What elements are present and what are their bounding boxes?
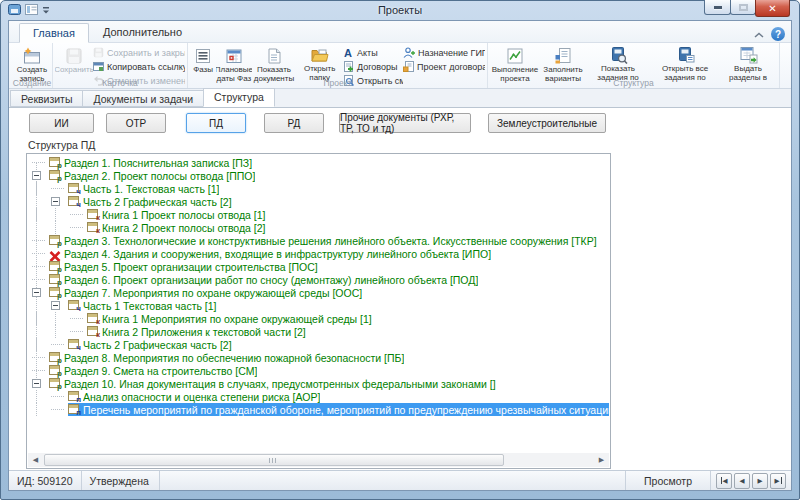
tree-row[interactable]: кКнига 2 Приложения к текстовой части [2… [32,325,609,338]
tree-collapse-icon[interactable] [32,171,41,180]
tree-row[interactable]: кКнига 1 Проект полосы отвода [1] [32,208,609,221]
part-icon: ч [68,183,80,194]
tree-row[interactable]: Раздел 4. Здания и сооружения, входящие … [32,247,609,260]
contract-draft-button[interactable]: Проект договора [403,61,485,73]
tree-row[interactable]: чЧасть 1 Текстовая часть [1] [32,299,609,312]
help-icon[interactable]: ? [771,27,785,41]
phases-label: Фазы [193,65,213,74]
ribbon-tab-additional[interactable]: Дополнительно [89,22,196,42]
tree-horizontal-scrollbar[interactable]: ◀ ▶ [28,453,609,467]
group-caption-card: Карточка [53,78,187,88]
tree-row[interactable]: рРаздел 8. Мероприятия по обеспечению по… [32,351,609,364]
tree-row[interactable]: рРаздел 10. Иная документация в случаях,… [32,377,609,390]
tree-row[interactable]: чЧасть 1. Текстовая часть [1] [32,182,609,195]
minimize-button[interactable] [704,0,731,15]
tree-item-label: Раздел 4. Здания и сооружения, входящие … [64,248,491,260]
doc-icon: п [68,404,80,415]
tree-row[interactable]: пАнализ опасности и оценка степени риска… [32,390,609,403]
tree-row[interactable]: чЧасть 2 Графическая часть [2] [32,338,609,351]
filter-button-ii[interactable]: ИИ [29,113,94,133]
tree-connector [70,331,83,332]
tree-row[interactable]: рРаздел 7. Мероприятия по охране окружаю… [32,286,609,299]
tree-row[interactable]: рРаздел 9. Смета на строительство [СМ] [32,364,609,377]
maximize-button[interactable] [730,0,756,15]
last-record-button[interactable]: ▶ [770,473,786,489]
tree-connector [51,396,64,397]
tree-collapse-icon[interactable] [32,288,41,297]
tree-connector [32,370,45,371]
record-navigator: ◀ ◀ ▶ ▶ [711,473,791,489]
ribbon-group-create: Создать запись Создание [12,43,53,88]
doc-icon: п [68,391,80,402]
tree-row[interactable]: кКнига 1 Мероприятия по охране окружающе… [32,312,609,325]
record-state: Утверждена [82,471,160,490]
tree-caption: Структура ПД [28,139,95,151]
person-icon [403,47,415,59]
collapse-ribbon-icon[interactable] [754,25,764,43]
tree-row[interactable]: кКнига 2 Проект полосы отвода [2] [32,221,609,234]
tree-node: кКнига 1 Мероприятия по охране окружающе… [87,312,609,325]
tab-structure[interactable]: Структура [203,88,275,107]
new-record-icon [23,46,41,65]
last-record-icon: ▶ [775,477,780,485]
tree-row[interactable]: рРаздел 2. Проект полосы отвода [ППО] [32,169,609,182]
copy-link-label: Копировать ссылку [107,62,185,72]
ribbon-tab-home[interactable]: Главная [19,23,89,43]
first-record-icon: ◀ [723,477,728,485]
tree-collapse-icon[interactable] [51,197,60,206]
section-icon: р [49,365,61,376]
tree-indent [32,208,51,221]
ribbon-tab-row: Главная Дополнительно ? [9,21,791,43]
copy-link-button[interactable]: Копировать ссылку [93,61,185,73]
close-button[interactable]: ✕ [755,0,790,17]
tree-node: рРаздел 7. Мероприятия по охране окружаю… [49,286,609,299]
tree-row[interactable]: рРаздел 6. Проект организации работ по с… [32,273,609,286]
tree-item-label: Раздел 8. Мероприятия по обеспечению пож… [64,352,404,364]
tree-node: рРаздел 8. Мероприятия по обеспечению по… [49,351,609,364]
group-caption-project: Проект [188,78,487,88]
tree-connector [32,266,45,267]
tree-row[interactable]: пПеречень мероприятий по гражданской обо… [32,403,609,416]
next-record-button[interactable]: ▶ [752,473,768,489]
assign-gip-button[interactable]: Назначение ГИПа [403,47,485,59]
scroll-thumb[interactable] [44,454,504,466]
contracts-button[interactable]: Договоры [343,61,403,73]
copy-link-icon [93,61,104,73]
tree-collapse-icon[interactable] [51,301,60,310]
save-close-button[interactable]: Сохранить и закрыть [93,47,185,59]
filter-button-otr[interactable]: ОТР [106,113,166,133]
tree-item-label: Книга 2 Приложения к текстовой части [2] [102,326,306,338]
section-icon: р [49,235,61,246]
svg-text:А: А [344,47,352,58]
tree-row[interactable]: чЧасть 2 Графическая часть [2] [32,195,609,208]
save-label: Сохранить [55,65,93,74]
scroll-left-icon[interactable]: ◀ [28,453,43,467]
previous-record-button[interactable]: ◀ [734,473,750,489]
acts-button[interactable]: А Акты [343,47,403,59]
tree-node: чЧасть 1. Текстовая часть [1] [68,182,609,195]
filter-button-rd[interactable]: РД [264,113,324,133]
filter-button-pd[interactable]: ПД [186,113,246,133]
part-icon: ч [68,339,80,350]
filter-button-other-docs[interactable]: Прочие документы (РХР, ТР, ТО и тд) [339,113,471,133]
filter-button-land[interactable]: Землеустроительные [488,113,606,133]
acts-label: Акты [357,48,378,58]
tree-row[interactable]: рРаздел 1. Пояснительная записка [ПЗ] [32,156,609,169]
scroll-right-icon[interactable]: ▶ [594,453,609,467]
tree-node: чЧасть 1 Текстовая часть [1] [68,299,609,312]
tree-item-label: Анализ опасности и оценка степени риска … [83,391,320,403]
tab-requisites[interactable]: Реквизиты [10,90,83,107]
tree-row[interactable]: рРаздел 3. Технологические и конструктив… [32,234,609,247]
next-record-icon: ▶ [758,477,763,485]
group-caption-structure: Структура [488,78,779,88]
tree-row[interactable]: рРаздел 5. Проект организации строительс… [32,260,609,273]
tree-node: рРаздел 6. Проект организации работ по с… [49,273,609,286]
ribbon-body: Создать запись Создание Сохранить Сохран… [9,43,791,89]
tree-node: рРаздел 10. Иная документация в случаях,… [49,377,609,390]
first-record-button[interactable]: ◀ [716,473,732,489]
close-icon: ✕ [768,3,776,14]
tree-collapse-icon[interactable] [32,379,41,388]
tree-indent [32,312,51,325]
tab-documents-tasks[interactable]: Документы и задачи [82,90,204,107]
tree-indent [32,403,51,416]
